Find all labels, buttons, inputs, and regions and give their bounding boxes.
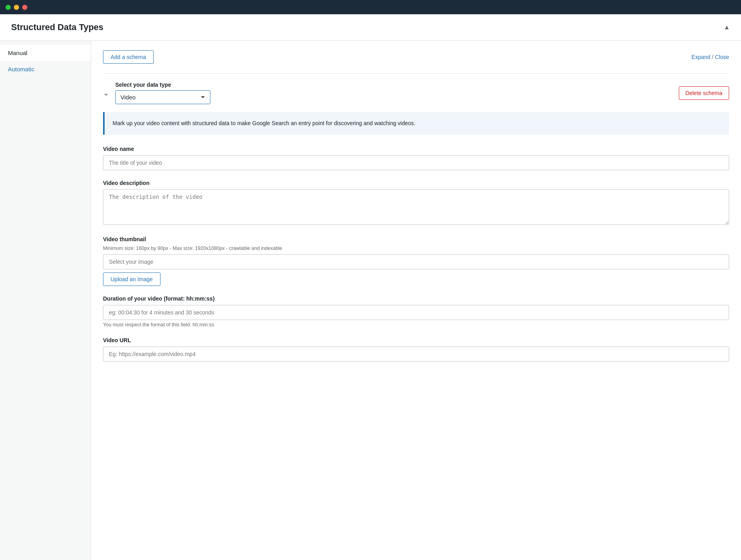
close-link[interactable]: Close: [715, 54, 729, 60]
action-row: Add a schema Expand / Close: [103, 50, 729, 64]
data-type-selector-wrapper: Select your data type Video Article FAQ …: [115, 82, 210, 104]
sidebar-item-manual[interactable]: Manual: [0, 45, 91, 61]
add-schema-button[interactable]: Add a schema: [103, 50, 154, 64]
video-name-input[interactable]: [103, 155, 729, 170]
delete-schema-button[interactable]: Delete schema: [679, 86, 729, 100]
video-duration-label: Duration of your video (format: hh:mm:ss…: [103, 295, 729, 302]
red-dot[interactable]: [22, 5, 27, 10]
expand-close-links: Expand / Close: [691, 54, 729, 60]
thumbnail-helper: Minimum size: 160px by 90px - Max size: …: [103, 246, 729, 251]
video-url-group: Video URL: [103, 337, 729, 362]
video-name-label: Video name: [103, 146, 729, 152]
expand-link[interactable]: Expand: [691, 54, 710, 60]
content-area: Add a schema Expand / Close ⌄ Select you…: [91, 41, 741, 560]
video-thumbnail-label: Video thumbnail: [103, 236, 729, 242]
sidebar: Manual Automatic: [0, 41, 91, 560]
schema-block: ⌄ Select your data type Video Article FA…: [103, 73, 729, 362]
green-dot[interactable]: [6, 5, 11, 10]
select-type-label: Select your data type: [115, 82, 210, 88]
sidebar-item-automatic[interactable]: Automatic: [0, 61, 91, 77]
data-type-select[interactable]: Video Article FAQ HowTo Product Recipe E…: [115, 90, 210, 104]
info-text: Mark up your video content with structur…: [113, 120, 415, 126]
page-header: Structured Data Types ▲: [0, 14, 741, 41]
video-duration-input[interactable]: [103, 305, 729, 320]
video-description-textarea[interactable]: [103, 189, 729, 225]
video-name-group: Video name: [103, 146, 729, 170]
video-thumbnail-group: Video thumbnail Minimum size: 160px by 9…: [103, 236, 729, 286]
titlebar: [0, 0, 741, 14]
video-description-label: Video description: [103, 180, 729, 186]
video-duration-group: Duration of your video (format: hh:mm:ss…: [103, 295, 729, 328]
collapse-icon[interactable]: ▲: [724, 24, 730, 31]
page-title: Structured Data Types: [11, 22, 103, 32]
video-url-input[interactable]: [103, 347, 729, 362]
video-thumbnail-input[interactable]: [103, 254, 729, 269]
select-type-row: ⌄ Select your data type Video Article FA…: [103, 82, 729, 104]
chevron-down-icon[interactable]: ⌄: [103, 89, 109, 97]
video-description-group: Video description: [103, 180, 729, 227]
yellow-dot[interactable]: [14, 5, 19, 10]
info-box: Mark up your video content with structur…: [103, 112, 729, 135]
main-layout: Manual Automatic Add a schema Expand / C…: [0, 41, 741, 560]
video-url-label: Video URL: [103, 337, 729, 343]
video-duration-hint: You must respect the format of this fiel…: [103, 322, 729, 328]
app-container: Structured Data Types ▲ Manual Automatic…: [0, 14, 741, 560]
upload-image-button[interactable]: Upload an Image: [103, 272, 160, 286]
